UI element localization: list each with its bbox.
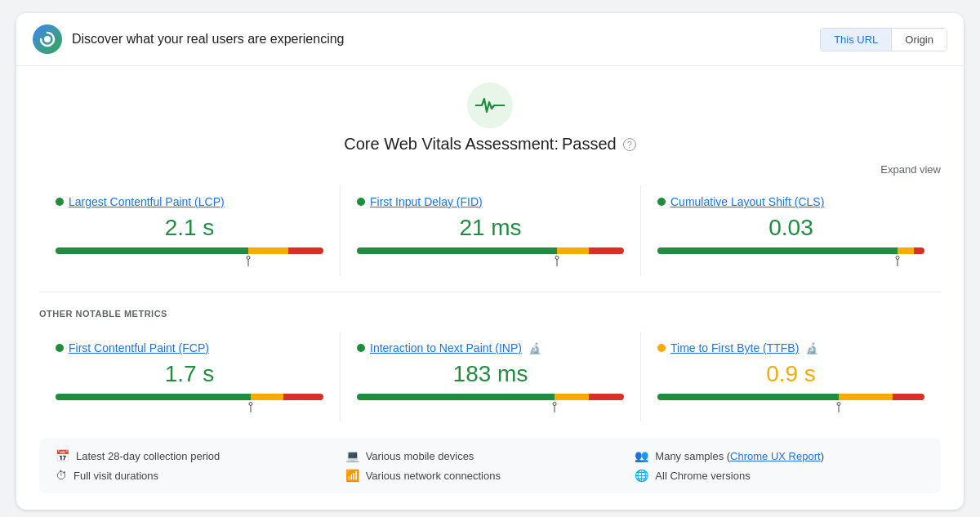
metric-item-ttfb: Time to First Byte (TTFB) 🔬 0.9 s (640, 332, 941, 421)
metric-dot-ttfb (657, 344, 666, 352)
footer-text-2-1: All Chrome versions (655, 470, 750, 482)
bar-red-ttfb (893, 394, 924, 400)
marker-row-cls (657, 256, 924, 265)
footer-col-1: 📅 Latest 28-day collection period ⏱ Full… (56, 449, 345, 482)
metric-value-lcp: 2.1 s (56, 215, 323, 241)
marker-line-ttfb (839, 406, 840, 412)
progress-bar-cls (657, 247, 924, 254)
main-content: Core Web Vitals Assessment: Passed ? Exp… (16, 66, 964, 510)
metric-dot-fid (357, 198, 365, 206)
marker-line-fid (557, 260, 558, 266)
chrome-ux-link[interactable]: Chrome UX Report (730, 450, 821, 462)
bar-orange-fid (557, 247, 589, 254)
metric-dot-fcp (56, 344, 64, 352)
footer-text-1-0: Various mobile devices (366, 450, 474, 462)
footer-icon-2-0: 👥 (635, 449, 648, 462)
marker-row-inp (357, 402, 624, 412)
other-metrics-grid: First Contentful Paint (FCP) 1.7 s Inter… (39, 332, 941, 421)
progress-bar-fcp (56, 394, 323, 400)
pulse-icon (467, 82, 513, 128)
bar-green-fid (357, 247, 557, 254)
metric-label-cls[interactable]: Cumulative Layout Shift (CLS) (670, 195, 824, 208)
marker-fcp (249, 402, 253, 412)
header-title: Discover what your real users are experi… (72, 32, 344, 47)
footer-col-2: 💻 Various mobile devices 📶 Various netwo… (345, 449, 635, 482)
metric-value-cls: 0.03 (657, 215, 924, 241)
metric-label-lcp[interactable]: Largest Contentful Paint (LCP) (69, 195, 225, 208)
marker-line-fcp (251, 406, 252, 412)
footer-icon-1-1: 📶 (345, 469, 359, 482)
metric-value-fid: 21 ms (357, 215, 624, 241)
bar-red-fcp (283, 394, 323, 400)
metric-value-fcp: 1.7 s (56, 361, 323, 387)
marker-fid (555, 256, 559, 266)
metric-label-inp[interactable]: Interaction to Next Paint (INP) (370, 341, 522, 354)
bar-green-fcp (56, 394, 251, 400)
bar-orange-fcp (251, 394, 283, 400)
marker-cls (896, 256, 900, 266)
metric-label-fcp[interactable]: First Contentful Paint (FCP) (69, 341, 209, 354)
bar-orange-inp (555, 394, 590, 400)
marker-line-cls (898, 260, 898, 266)
assessment-header: Core Web Vitals Assessment: Passed ? (39, 82, 941, 154)
footer-row-2-1: 🌐 All Chrome versions (635, 469, 924, 482)
metric-label-fid[interactable]: First Input Delay (FID) (370, 195, 483, 208)
footer-row-0-1: ⏱ Full visit durations (56, 469, 345, 482)
metric-dot-cls (657, 198, 666, 206)
metric-label-row: First Input Delay (FID) (357, 195, 624, 208)
footer-icon-0-0: 📅 (56, 449, 69, 462)
footer-info: 📅 Latest 28-day collection period ⏱ Full… (39, 438, 941, 493)
core-metrics-grid: Largest Contentful Paint (LCP) 2.1 s Fir… (39, 185, 941, 292)
expand-view: Expand view (39, 163, 941, 176)
bar-green-ttfb (657, 394, 839, 400)
footer-icon-0-1: ⏱ (56, 469, 67, 482)
bar-red-lcp (288, 247, 323, 254)
metric-item-inp: Interaction to Next Paint (INP) 🔬 183 ms (340, 332, 640, 421)
bar-red-fid (589, 247, 624, 254)
metric-value-ttfb: 0.9 s (657, 361, 924, 387)
metric-item-lcp: Largest Contentful Paint (LCP) 2.1 s (39, 185, 340, 275)
marker-row-fcp (56, 402, 323, 412)
footer-icon-2-1: 🌐 (635, 469, 648, 482)
marker-inp (552, 402, 556, 412)
main-card: Discover what your real users are experi… (16, 13, 964, 510)
bar-red-cls (914, 247, 924, 254)
other-metrics-label: OTHER NOTABLE METRICS (39, 309, 941, 319)
footer-text-2-0: Many samples (Chrome UX Report) (655, 450, 824, 462)
bar-green-cls (657, 247, 898, 254)
help-icon[interactable]: ? (623, 138, 636, 151)
footer-row-1-0: 💻 Various mobile devices (345, 449, 635, 462)
assessment-title-row: Core Web Vitals Assessment: Passed ? (344, 135, 635, 154)
metric-label-row: Interaction to Next Paint (INP) 🔬 (357, 341, 624, 354)
bar-red-inp (589, 394, 624, 400)
lab-icon: 🔬 (805, 342, 818, 354)
progress-bar-ttfb (657, 394, 924, 400)
footer-icon-1-0: 💻 (345, 449, 359, 462)
expand-view-link[interactable]: Expand view (880, 163, 941, 176)
bar-green-lcp (56, 247, 248, 254)
bar-orange-cls (898, 247, 914, 254)
footer-row-2-0: 👥 Many samples (Chrome UX Report) (635, 449, 924, 462)
footer-row-0-0: 📅 Latest 28-day collection period (56, 449, 345, 462)
bar-green-inp (357, 394, 555, 400)
progress-bar-fid (357, 247, 624, 254)
metric-label-row: First Contentful Paint (FCP) (56, 341, 323, 354)
url-origin-toggle: This URL Origin (820, 28, 947, 51)
marker-row-ttfb (657, 402, 924, 412)
origin-button[interactable]: Origin (892, 29, 947, 51)
progress-bar-inp (357, 394, 624, 400)
marker-row-lcp (56, 256, 323, 265)
footer-row-1-1: 📶 Various network connections (345, 469, 635, 482)
bar-orange-ttfb (839, 394, 892, 400)
metric-item-fcp: First Contentful Paint (FCP) 1.7 s (39, 332, 340, 421)
progress-bar-lcp (56, 247, 323, 254)
lab-icon: 🔬 (528, 342, 541, 354)
this-url-button[interactable]: This URL (821, 29, 892, 51)
marker-line-inp (554, 406, 555, 412)
header-left: Discover what your real users are experi… (33, 25, 344, 54)
metric-label-row: Cumulative Layout Shift (CLS) (657, 195, 924, 208)
metric-label-ttfb[interactable]: Time to First Byte (TTFB) (670, 341, 799, 354)
metric-item-fid: First Input Delay (FID) 21 ms (340, 185, 640, 275)
bar-orange-lcp (248, 247, 288, 254)
metric-label-row: Largest Contentful Paint (LCP) (56, 195, 323, 208)
